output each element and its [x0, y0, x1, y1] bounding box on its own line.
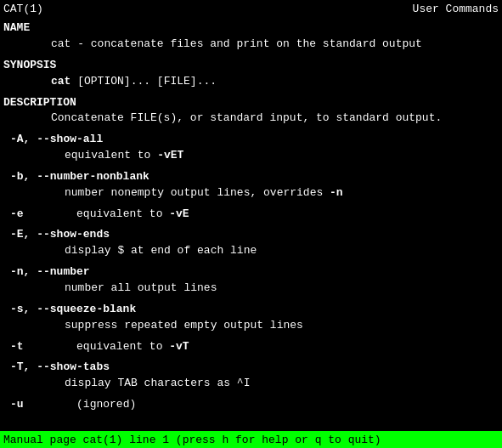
- option-n-desc: number all output lines: [3, 281, 499, 297]
- option-E-desc: display $ at end of each line: [3, 243, 499, 259]
- terminal-window: CAT(1) User Commands NAME cat - concaten…: [0, 0, 502, 448]
- section-name-header: NAME: [3, 20, 499, 37]
- option-n: -n, --number: [3, 264, 499, 281]
- section-description-header: DESCRIPTION: [3, 95, 499, 111]
- option-A-desc: equivalent to -vET: [3, 148, 499, 164]
- option-s-desc: suppress repeated empty output lines: [3, 318, 499, 334]
- option-T-desc: display TAB characters as ^I: [3, 376, 499, 392]
- option-b-desc: number nonempty output lines, overrides …: [3, 185, 499, 201]
- man-page-title-left: CAT(1): [3, 2, 43, 17]
- option-A: -A, --show-all: [3, 132, 499, 148]
- status-bar: Manual page cat(1) line 1 (press h for h…: [0, 431, 502, 448]
- option-T: -T, --show-tabs: [3, 360, 499, 376]
- section-synopsis-header: SYNOPSIS: [3, 58, 499, 74]
- man-page-header: CAT(1) User Commands: [3, 2, 499, 17]
- option-E: -E, --show-ends: [3, 227, 499, 243]
- section-description-intro: Concatenate FILE(s), or standard input, …: [3, 111, 499, 127]
- status-bar-text: Manual page cat(1) line 1 (press h for h…: [3, 434, 381, 446]
- option-s: -s, --squeeze-blank: [3, 302, 499, 318]
- manual-content: CAT(1) User Commands NAME cat - concaten…: [0, 0, 502, 431]
- option-e: -e equivalent to -vE: [3, 207, 499, 223]
- option-u: -u (ignored): [3, 397, 499, 413]
- section-synopsis-content: cat [OPTION]... [FILE]...: [3, 74, 499, 90]
- option-b: -b, --number-nonblank: [3, 169, 499, 185]
- man-page-title-right: User Commands: [413, 2, 499, 17]
- section-name-content: cat - concatenate files and print on the…: [3, 37, 499, 53]
- option-t: -t equivalent to -vT: [3, 339, 499, 355]
